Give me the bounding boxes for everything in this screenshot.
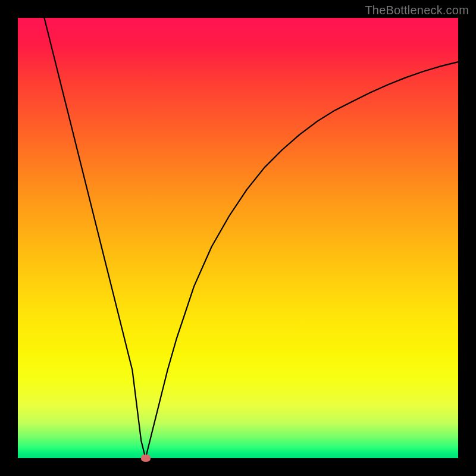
curve-svg	[18, 18, 458, 458]
chart-frame: TheBottleneck.com	[0, 0, 476, 476]
plot-area	[18, 18, 458, 458]
bottleneck-curve	[44, 18, 458, 458]
watermark-text: TheBottleneck.com	[365, 4, 469, 17]
optimum-marker	[141, 455, 151, 462]
